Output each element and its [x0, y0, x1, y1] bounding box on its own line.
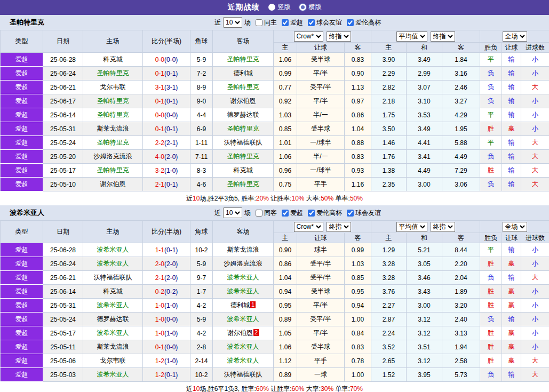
avg-away-cell: 3.20	[442, 299, 480, 313]
layout-radio-vertical[interactable]: 竖版	[268, 3, 291, 12]
match-row: 爱超25-05-17波希米亚人1-0(1-0)4-2谢尔伯恩21.05平/半0.…	[1, 326, 549, 340]
date-cell: 25-05-10	[43, 178, 83, 191]
col-header: 主场	[83, 221, 143, 243]
bookmaker-select[interactable]: Crow*	[294, 31, 323, 42]
league-cell: 爱超	[1, 257, 43, 271]
recent-count-select[interactable]: 10	[223, 17, 242, 28]
radio-icon	[299, 4, 306, 11]
avg-home-cell: 1.52	[371, 368, 407, 382]
score-cell: 0-1(0-1)	[143, 94, 190, 108]
fulltime-score: 0-1	[155, 125, 164, 133]
score-cell: 2-1(0-1)	[143, 178, 190, 191]
corner-cell: 5-9	[190, 53, 213, 67]
date-cell: 25-06-24	[43, 67, 83, 81]
score-cell: 3-2(1-0)	[143, 164, 190, 178]
result-handicap-cell: 输	[502, 67, 521, 81]
league-cell: 爱超	[1, 53, 43, 67]
away-team-cell: 波希米亚人	[213, 313, 274, 326]
average-select[interactable]: 平均值	[396, 222, 427, 232]
avg-home-cell: 3.76	[371, 285, 407, 299]
score-cell: 3-1(3-1)	[143, 81, 190, 94]
odds-home-cell: 1.12	[274, 354, 297, 368]
recent-count-select[interactable]: 10	[223, 207, 242, 218]
final-index-select[interactable]: 终指	[431, 222, 455, 232]
home-team-cell: 波希米亚人	[83, 257, 143, 271]
fulltime-score: 3-2	[155, 167, 164, 174]
results-table: 类型日期主场比分(半场)角球客场Crow*终指平均值终指全场主让球客主和客胜负让…	[0, 30, 549, 191]
filter-checkbox[interactable]	[282, 19, 289, 26]
odds-away-cell: 1.04	[345, 122, 371, 136]
near-label: 近	[214, 18, 221, 27]
filter-checkbox[interactable]	[256, 210, 262, 217]
avg-away-cell: 1.89	[442, 285, 480, 299]
corner-cell: 4-2	[190, 326, 213, 340]
filter-checkbox[interactable]	[282, 210, 289, 217]
summary-segment: 30%	[321, 385, 333, 392]
fulltime-score: 0-0	[155, 56, 164, 63]
average-select[interactable]: 平均值	[396, 31, 427, 42]
col-header: 日期	[43, 30, 83, 53]
final-index-select[interactable]: 终指	[327, 222, 351, 232]
score-cell: 1-2(1-0)	[143, 354, 190, 368]
halftime-score: (2-0)	[164, 274, 178, 282]
corner-cell: 10-2	[190, 243, 213, 257]
home-team-cell: 波希米亚人	[83, 368, 143, 382]
filter-label: 爱伦高杯	[355, 18, 381, 27]
team-name: 谢尔伯恩	[230, 97, 256, 105]
sub-col-header: 客	[345, 233, 371, 243]
result-handicap-cell: 输	[502, 81, 521, 94]
avg-away-cell: 1.94	[442, 340, 480, 354]
team-section: 波希米亚人近10场同客爱超爱伦高杯球会友谊类型日期主场比分(半场)角球客场Cro…	[0, 205, 549, 392]
bookmaker-select[interactable]: Crow*	[294, 222, 323, 232]
filter-checkbox[interactable]	[308, 210, 315, 217]
result-handicap-cell: 输	[502, 271, 521, 285]
avg-home-cell: 3.28	[371, 257, 407, 271]
team-name: 谢尔伯恩	[100, 180, 126, 188]
away-team-cell: 波希米亚人	[213, 354, 274, 368]
league-cell: 爱超	[1, 94, 43, 108]
fulltime-score: 0-2	[155, 288, 164, 295]
filter-checkbox[interactable]	[347, 210, 354, 217]
score-cell: 2-0(2-0)	[143, 257, 190, 271]
home-team-cell: 圣帕特里克	[83, 108, 143, 122]
halftime-score: (0-1)	[164, 125, 178, 133]
col-header: 类型	[1, 30, 43, 53]
avg-draw-cell: 3.00	[407, 299, 442, 313]
match-row: 爱超25-06-24圣帕特里克0-1(0-1)7-2德利城0.99平/半0.90…	[1, 67, 549, 81]
avg-home-cell: 1.46	[371, 136, 407, 150]
halftime-score: (0-1)	[164, 371, 178, 379]
summary-segment: 20%	[256, 195, 269, 202]
team-name: 圣帕特里克	[227, 125, 259, 132]
layout-radio-horizontal[interactable]: 横版	[299, 3, 322, 12]
league-cell: 爱超	[1, 340, 43, 354]
result-wdl-cell: 负	[480, 67, 502, 81]
score-cell: 2-2(2-1)	[143, 136, 190, 150]
radio-label: 横版	[309, 3, 322, 12]
fulltime-score: 0-1	[155, 343, 164, 351]
score-cell: 1-0(1-0)	[143, 326, 190, 340]
scope-select[interactable]: 全场	[503, 31, 527, 42]
filter-checkbox[interactable]	[256, 19, 262, 26]
summary-segment: 近	[186, 385, 193, 392]
final-index-select[interactable]: 终指	[327, 31, 351, 42]
filter-checkbox[interactable]	[308, 19, 315, 26]
final-index-select[interactable]: 终指	[431, 31, 455, 42]
result-handicap-cell: 赢	[502, 354, 521, 368]
filter-checkbox[interactable]	[347, 19, 354, 26]
result-goals-cell: 小	[521, 326, 549, 340]
scope-select[interactable]: 全场	[503, 222, 527, 232]
avg-draw-cell: 3.51	[407, 340, 442, 354]
halftime-score: (0-1)	[164, 70, 178, 77]
odds-away-cell: 1.00	[345, 368, 371, 382]
team-name: 圣帕特里克	[97, 111, 129, 118]
away-team-cell: 沃特福德联队	[213, 136, 274, 150]
result-wdl-cell: 胜	[480, 326, 502, 340]
away-team-cell: 德利城1	[213, 299, 274, 313]
odds-away-cell: 0.84	[345, 326, 371, 340]
summary-segment: 让胜率:	[269, 385, 292, 392]
summary-segment: 大率:	[305, 195, 321, 202]
team-name: 波希米亚人	[97, 371, 129, 378]
summary-segment: 让胜率:	[269, 195, 292, 202]
avg-draw-cell: 3.95	[407, 368, 442, 382]
avg-away-cell: 3.27	[442, 94, 480, 108]
